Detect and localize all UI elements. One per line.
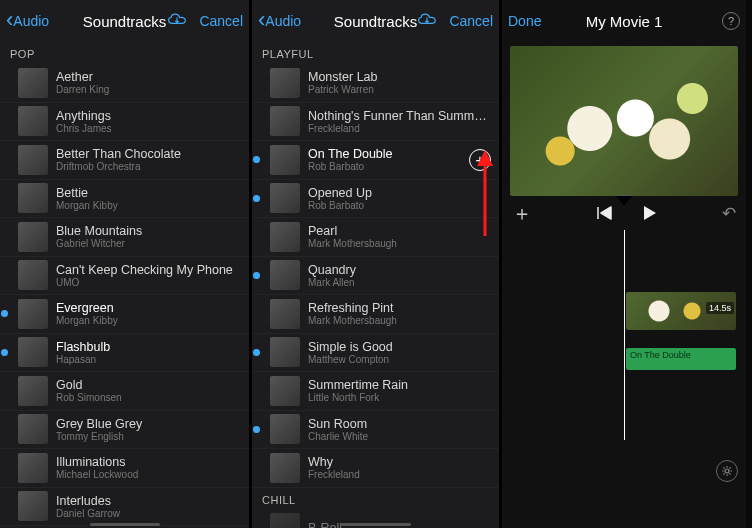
track-title: Quandry — [308, 263, 356, 277]
chevron-left-icon: ‹ — [6, 9, 13, 31]
track-thumbnail — [270, 337, 300, 367]
track-title: Illuminations — [56, 455, 138, 469]
track-title: Grey Blue Grey — [56, 417, 142, 431]
track-title: Refreshing Pint — [308, 301, 397, 315]
track-row[interactable]: On The DoubleRob Barbato+ — [252, 141, 499, 180]
track-row[interactable]: WhyFreckleland — [252, 449, 499, 488]
play-button[interactable] — [643, 205, 657, 221]
settings-button[interactable] — [716, 460, 738, 482]
add-media-button[interactable]: ＋ — [512, 200, 532, 227]
track-artist: Chris James — [56, 123, 112, 134]
track-title: Pearl — [308, 224, 397, 238]
track-artist: Mark Mothersbaugh — [308, 315, 397, 326]
track-row[interactable]: Sun RoomCharlie White — [252, 411, 499, 450]
track-title: Aether — [56, 70, 109, 84]
editor-navbar: Done My Movie 1 ? — [502, 0, 746, 42]
track-title: Better Than Chocolate — [56, 147, 181, 161]
track-artist: Gabriel Witcher — [56, 238, 142, 249]
track-row[interactable]: EvergreenMorgan Kibby — [0, 295, 249, 334]
track-row[interactable]: Summertime RainLittle North Fork — [252, 372, 499, 411]
track-row[interactable]: Can't Keep Checking My PhoneUMO — [0, 257, 249, 296]
track-thumbnail — [18, 68, 48, 98]
track-title: Opened Up — [308, 186, 372, 200]
track-thumbnail — [18, 337, 48, 367]
help-icon: ? — [728, 15, 734, 27]
home-indicator — [341, 523, 411, 526]
track-row[interactable]: QuandryMark Allen — [252, 257, 499, 296]
back-label: Audio — [13, 13, 49, 29]
video-preview[interactable] — [510, 46, 738, 196]
track-thumbnail — [270, 453, 300, 483]
cancel-button[interactable]: Cancel — [199, 13, 243, 29]
track-title: Bettie — [56, 186, 118, 200]
track-row[interactable]: AnythingsChris James — [0, 103, 249, 142]
track-artist: Rob Barbato — [308, 161, 393, 172]
track-artist: Rob Simonsen — [56, 392, 122, 403]
track-thumbnail — [270, 68, 300, 98]
track-thumbnail — [270, 222, 300, 252]
track-thumbnail — [270, 183, 300, 213]
track-artist: Driftmob Orchestra — [56, 161, 181, 172]
track-row[interactable]: Better Than ChocolateDriftmob Orchestra — [0, 141, 249, 180]
downloaded-dot-icon — [253, 349, 260, 356]
track-artist: Little North Fork — [308, 392, 408, 403]
cancel-button[interactable]: Cancel — [449, 13, 493, 29]
track-row[interactable]: IlluminationsMichael Lockwood — [0, 449, 249, 488]
back-button[interactable]: ‹ Audio — [6, 10, 49, 32]
track-thumbnail — [18, 145, 48, 175]
track-row[interactable]: InterludesDaniel Garrow — [0, 488, 249, 527]
track-thumbnail — [270, 260, 300, 290]
track-artist: Morgan Kibby — [56, 315, 118, 326]
track-row[interactable]: Opened UpRob Barbato — [252, 180, 499, 219]
track-title: Summertime Rain — [308, 378, 408, 392]
track-thumbnail — [18, 299, 48, 329]
track-thumbnail — [18, 414, 48, 444]
track-title: Nothing's Funner Than Summ… — [308, 109, 487, 123]
track-row[interactable]: PearlMark Mothersbaugh — [252, 218, 499, 257]
track-title: Flashbulb — [56, 340, 110, 354]
back-label: Audio — [265, 13, 301, 29]
track-title: Interludes — [56, 494, 120, 508]
track-thumbnail — [18, 106, 48, 136]
track-row[interactable]: Grey Blue GreyTommy English — [0, 411, 249, 450]
track-title: Simple is Good — [308, 340, 393, 354]
track-row[interactable]: Refreshing PintMark Mothersbaugh — [252, 295, 499, 334]
undo-button[interactable]: ↶ — [722, 203, 736, 224]
section-header-chill: CHILL — [252, 488, 499, 510]
track-row[interactable]: Monster LabPatrick Warren — [252, 64, 499, 103]
track-row[interactable]: GoldRob Simonsen — [0, 372, 249, 411]
track-row[interactable]: Nothing's Funner Than Summ…Freckleland — [252, 103, 499, 142]
section-header-pop: POP — [0, 42, 249, 64]
audio-clip[interactable]: On The Double — [626, 348, 736, 370]
track-artist: Charlie White — [308, 431, 368, 442]
navbar: ‹ Audio Soundtracks Cancel — [0, 0, 249, 42]
track-thumbnail — [18, 222, 48, 252]
track-title: Why — [308, 455, 360, 469]
track-list: Monster LabPatrick WarrenNothing's Funne… — [252, 64, 499, 488]
track-row[interactable]: FlashbulbHapasan — [0, 334, 249, 373]
svg-point-3 — [725, 469, 729, 473]
section-header-playful: PLAYFUL — [252, 42, 499, 64]
svg-marker-2 — [644, 206, 656, 220]
track-title: Monster Lab — [308, 70, 377, 84]
track-artist: Patrick Warren — [308, 84, 377, 95]
timeline[interactable]: 14.5s On The Double — [502, 230, 746, 490]
add-track-button[interactable]: + — [469, 149, 491, 171]
track-row[interactable]: BettieMorgan Kibby — [0, 180, 249, 219]
track-row[interactable]: AetherDarren King — [0, 64, 249, 103]
editor-panel: Done My Movie 1 ? ＋ ↶ 14.5s On The Doubl… — [502, 0, 746, 528]
skip-back-button[interactable] — [597, 206, 613, 220]
track-title: Blue Mountains — [56, 224, 142, 238]
cloud-download-icon[interactable] — [417, 13, 437, 30]
track-title: Anythings — [56, 109, 112, 123]
help-button[interactable]: ? — [722, 12, 740, 30]
track-title: On The Double — [308, 147, 393, 161]
cloud-download-icon[interactable] — [167, 13, 187, 30]
track-artist: Matthew Compton — [308, 354, 393, 365]
back-button[interactable]: ‹ Audio — [258, 10, 301, 32]
track-thumbnail — [18, 260, 48, 290]
track-row[interactable]: Simple is GoodMatthew Compton — [252, 334, 499, 373]
track-row[interactable]: Blue MountainsGabriel Witcher — [0, 218, 249, 257]
done-button[interactable]: Done — [508, 13, 541, 29]
track-title: Gold — [56, 378, 122, 392]
